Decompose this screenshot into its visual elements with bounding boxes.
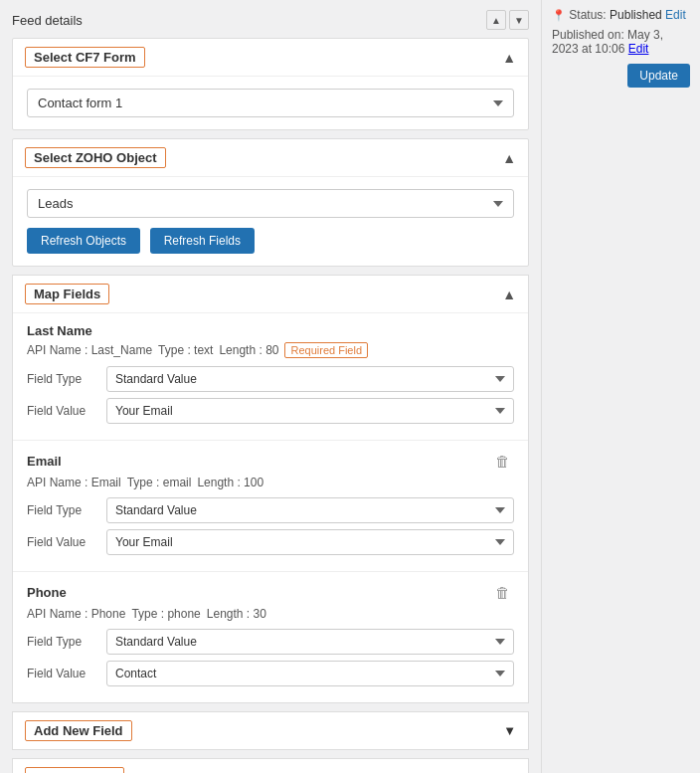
api-name-label-ph: API Name : Phone	[27, 607, 125, 621]
select-cf7-body: Contact form 1 Contact form 2	[13, 77, 528, 129]
delete-email-icon[interactable]: 🗑	[491, 451, 514, 472]
api-type-label-ph: Type : phone	[131, 607, 200, 621]
field-type-select-em[interactable]: Standard Value Custom Value Other Field	[106, 497, 514, 523]
add-new-field-section: Add New Field ▼	[12, 711, 529, 750]
select-zoho-toggle[interactable]: ▲	[502, 150, 516, 166]
field-type-row-ph: Field Type Standard Value Custom Value O…	[27, 629, 514, 655]
published-label: Published on:	[552, 28, 624, 42]
delete-phone-icon[interactable]: 🗑	[491, 582, 514, 603]
field-api-info-lastname: API Name : Last_Name Type : text Length …	[27, 342, 514, 358]
status-value: Published	[610, 8, 662, 22]
field-name-email: Email	[27, 454, 62, 469]
api-length-label-em: Length : 100	[197, 476, 263, 489]
field-block-phone-header: Phone 🗑	[27, 582, 514, 603]
select-zoho-title: Select ZOHO Object	[25, 147, 166, 168]
field-value-label-em: Field Value	[27, 535, 106, 549]
api-type-label-ln: Type : text	[158, 343, 213, 357]
published-edit-link[interactable]: Edit	[628, 42, 649, 56]
sidebar: 📍 Status: Published Edit Published on: M…	[541, 0, 700, 773]
select-cf7-header: Select CF7 Form ▲	[13, 39, 528, 77]
field-type-row-em: Field Type Standard Value Custom Value O…	[27, 497, 514, 523]
field-block-phone: Phone 🗑 API Name : Phone Type : phone Le…	[13, 572, 528, 702]
update-button[interactable]: Update	[627, 64, 690, 88]
select-cf7-toggle[interactable]: ▲	[502, 50, 516, 66]
add-new-field-toggle: ▼	[503, 723, 516, 738]
cf7-form-select[interactable]: Contact form 1 Contact form 2	[27, 89, 514, 117]
field-type-label-em: Field Type	[27, 503, 106, 517]
map-fields-section: Map Fields ▲ Last Name API Name : Last_N…	[12, 275, 529, 703]
refresh-fields-button[interactable]: Refresh Fields	[150, 228, 255, 254]
select-cf7-title: Select CF7 Form	[25, 47, 145, 68]
status-edit-link[interactable]: Edit	[665, 8, 686, 22]
feed-details-arrows: ▲ ▼	[486, 10, 529, 30]
field-value-row-ph: Field Value Contact Your Email Your Name	[27, 661, 514, 686]
select-zoho-body: Leads Contacts Accounts Refresh Objects …	[13, 177, 528, 266]
feed-details-header: Feed details ▲ ▼	[12, 10, 529, 30]
required-badge-ln: Required Field	[284, 342, 368, 358]
add-new-field-header[interactable]: Add New Field ▼	[13, 712, 528, 749]
api-name-label-em: API Name : Email	[27, 476, 121, 489]
field-api-info-email: API Name : Email Type : email Length : 1…	[27, 476, 514, 489]
field-value-select-em[interactable]: Your Email Your Name Your Message	[106, 529, 514, 555]
primary-field-header[interactable]: Primary Field ▼	[13, 759, 528, 773]
arrow-down-button[interactable]: ▼	[509, 10, 529, 30]
zoho-buttons: Refresh Objects Refresh Fields	[27, 228, 514, 254]
field-block-lastname-header: Last Name	[27, 323, 514, 338]
sidebar-status: 📍 Status: Published Edit	[552, 8, 690, 22]
select-zoho-section: Select ZOHO Object ▲ Leads Contacts Acco…	[12, 138, 529, 267]
zoho-object-select[interactable]: Leads Contacts Accounts	[27, 189, 514, 218]
select-cf7-section: Select CF7 Form ▲ Contact form 1 Contact…	[12, 38, 529, 130]
field-value-row-em: Field Value Your Email Your Name Your Me…	[27, 529, 514, 555]
field-type-select-ln[interactable]: Standard Value Custom Value Other Field	[106, 366, 514, 392]
sidebar-published: Published on: May 3, 2023 at 10:06 Edit	[552, 28, 690, 56]
map-fields-header: Map Fields ▲	[13, 276, 528, 313]
map-fields-title: Map Fields	[25, 284, 109, 304]
field-type-label-ln: Field Type	[27, 372, 106, 386]
field-type-select-ph[interactable]: Standard Value Custom Value Other Field	[106, 629, 514, 655]
status-label: Status:	[569, 8, 606, 22]
api-type-label-em: Type : email	[127, 476, 192, 489]
api-length-label-ph: Length : 30	[207, 607, 266, 621]
pin-icon: 📍	[552, 9, 566, 21]
refresh-objects-button[interactable]: Refresh Objects	[27, 228, 140, 254]
field-value-label-ln: Field Value	[27, 404, 106, 418]
feed-details-title: Feed details	[12, 13, 83, 28]
field-value-select-ln[interactable]: Your Email Your Name Your Message	[106, 398, 514, 424]
arrow-up-button[interactable]: ▲	[486, 10, 506, 30]
api-length-label-ln: Length : 80	[219, 343, 278, 357]
field-name-phone: Phone	[27, 585, 67, 600]
field-block-lastname: Last Name API Name : Last_Name Type : te…	[13, 313, 528, 441]
api-name-label-ln: API Name : Last_Name	[27, 343, 152, 357]
primary-field-section: Primary Field ▼	[12, 758, 529, 773]
field-type-label-ph: Field Type	[27, 635, 106, 649]
select-zoho-header: Select ZOHO Object ▲	[13, 139, 528, 177]
field-value-row-ln: Field Value Your Email Your Name Your Me…	[27, 398, 514, 424]
field-block-email-header: Email 🗑	[27, 451, 514, 472]
field-api-info-phone: API Name : Phone Type : phone Length : 3…	[27, 607, 514, 621]
primary-field-title: Primary Field	[25, 767, 124, 773]
map-fields-toggle[interactable]: ▲	[502, 287, 516, 302]
field-block-email: Email 🗑 API Name : Email Type : email Le…	[13, 441, 528, 572]
field-type-row-ln: Field Type Standard Value Custom Value O…	[27, 366, 514, 392]
field-value-label-ph: Field Value	[27, 667, 106, 680]
add-new-field-title: Add New Field	[25, 720, 132, 741]
field-value-select-ph[interactable]: Contact Your Email Your Name	[106, 661, 514, 686]
field-name-lastname: Last Name	[27, 323, 92, 338]
